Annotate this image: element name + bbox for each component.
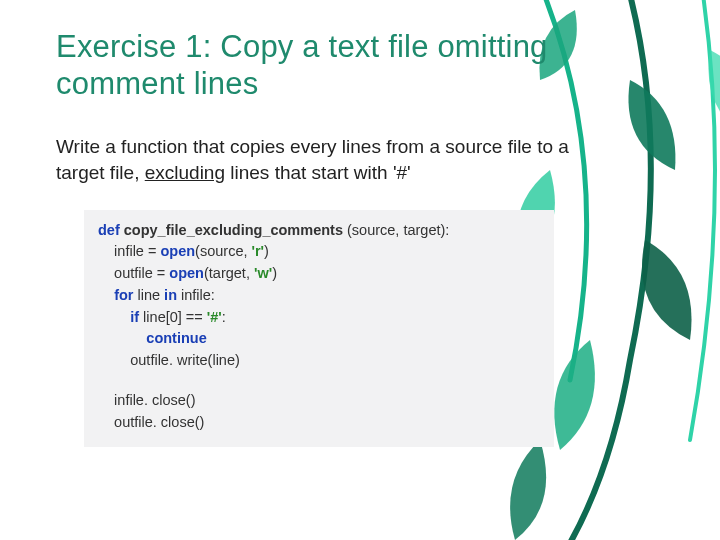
code-line: for line in infile: xyxy=(98,285,540,307)
code-line: outfile. close() xyxy=(98,412,540,434)
description: Write a function that copies every lines… xyxy=(56,134,596,185)
code-line: if line[0] == '#': xyxy=(98,307,540,329)
code-line: def copy_file_excluding_comments (source… xyxy=(98,220,540,242)
code-line: infile. close() xyxy=(98,390,540,412)
code-line: outfile = open(target, 'w') xyxy=(98,263,540,285)
code-line: continue xyxy=(98,328,540,350)
code-line: outfile. write(line) xyxy=(98,350,540,372)
code-line: infile = open(source, 'r') xyxy=(98,241,540,263)
code-block: def copy_file_excluding_comments (source… xyxy=(84,210,554,448)
desc-underlined: excluding xyxy=(145,162,225,183)
desc-post: lines that start with '#' xyxy=(225,162,411,183)
slide-title: Exercise 1: Copy a text file omitting co… xyxy=(56,28,664,102)
